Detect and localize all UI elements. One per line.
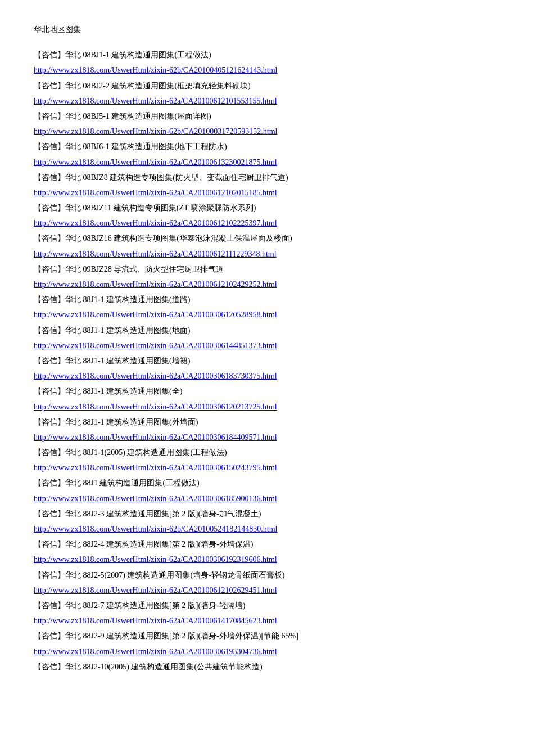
text-item: 【咨信】华北 08BJZ11 建筑构造专项图集(ZT 喷涂聚脲防水系列) (34, 201, 500, 215)
content-block: http://www.zx1818.com/UswerHtml/zixin-62… (34, 339, 500, 353)
text-item: 【咨信】华北 88J1 建筑构造通用图集(工程做法) (34, 476, 500, 490)
link-item[interactable]: http://www.zx1818.com/UswerHtml/zixin-62… (34, 94, 500, 108)
link-item[interactable]: http://www.zx1818.com/UswerHtml/zixin-62… (34, 522, 500, 536)
link-item[interactable]: http://www.zx1818.com/UswerHtml/zixin-62… (34, 614, 500, 628)
content-block: http://www.zx1818.com/UswerHtml/zixin-62… (34, 583, 500, 597)
content-block: http://www.zx1818.com/UswerHtml/zixin-62… (34, 552, 500, 566)
content-block: http://www.zx1818.com/UswerHtml/zixin-62… (34, 614, 500, 628)
link-item[interactable]: http://www.zx1818.com/UswerHtml/zixin-62… (34, 645, 500, 659)
content-block: http://www.zx1818.com/UswerHtml/zixin-62… (34, 94, 500, 108)
content-block: 【咨信】华北 88J1-1 建筑构造通用图集(墙裙) (34, 354, 500, 368)
content-block: http://www.zx1818.com/UswerHtml/zixin-62… (34, 645, 500, 659)
link-item[interactable]: http://www.zx1818.com/UswerHtml/zixin-62… (34, 216, 500, 230)
link-item[interactable]: http://www.zx1818.com/UswerHtml/zixin-62… (34, 492, 500, 506)
link-item[interactable]: http://www.zx1818.com/UswerHtml/zixin-62… (34, 124, 500, 138)
link-item[interactable]: http://www.zx1818.com/UswerHtml/zixin-62… (34, 461, 500, 475)
link-item[interactable]: http://www.zx1818.com/UswerHtml/zixin-62… (34, 339, 500, 353)
content-block: http://www.zx1818.com/UswerHtml/zixin-62… (34, 430, 500, 444)
text-item: 【咨信】华北 08BJ6-1 建筑构造通用图集(地下工程防水) (34, 140, 500, 154)
text-item: 【咨信】华北 88J2-9 建筑构造通用图集[第 2 版](墙身-外墙外保温)[… (34, 629, 500, 643)
content-block: http://www.zx1818.com/UswerHtml/zixin-62… (34, 492, 500, 506)
link-item[interactable]: http://www.zx1818.com/UswerHtml/zixin-62… (34, 369, 500, 383)
content-block: 【咨信】华北 08BJZ16 建筑构造专项图集(华泰泡沫混凝土保温屋面及楼面) (34, 231, 500, 245)
link-item[interactable]: http://www.zx1818.com/UswerHtml/zixin-62… (34, 552, 500, 566)
text-item: 【咨信】华北 88J2-5(2007) 建筑构造通用图集(墙身-轻钢龙骨纸面石膏… (34, 568, 500, 582)
content-block: 【咨信】华北 88J1-1(2005) 建筑构造通用图集(工程做法) (34, 446, 500, 460)
link-item[interactable]: http://www.zx1818.com/UswerHtml/zixin-62… (34, 277, 500, 291)
text-item: 【咨信】华北 88J2-4 建筑构造通用图集[第 2 版](墙身-外墙保温) (34, 537, 500, 551)
content-block: 【咨信】华北 08BJ5-1 建筑构造通用图集(屋面详图) (34, 109, 500, 123)
content-block: http://www.zx1818.com/UswerHtml/zixin-62… (34, 461, 500, 475)
content-block: 【咨信】华北 88J2-7 建筑构造通用图集[第 2 版](墙身-轻隔墙) (34, 598, 500, 613)
content-block: 【咨信】华北 88J2-4 建筑构造通用图集[第 2 版](墙身-外墙保温) (34, 537, 500, 551)
link-item[interactable]: http://www.zx1818.com/UswerHtml/zixin-62… (34, 400, 500, 414)
text-item: 【咨信】华北 09BJZ28 导流式、防火型住宅厨卫排气道 (34, 262, 500, 276)
text-item: 【咨信】华北 08BJZ16 建筑构造专项图集(华泰泡沫混凝土保温屋面及楼面) (34, 231, 500, 245)
page-container: 华北地区图集 【咨信】华北 08BJ1-1 建筑构造通用图集(工程做法)http… (34, 22, 500, 674)
content-block: 【咨信】华北 88J2-3 建筑构造通用图集[第 2 版](墙身-加气混凝土) (34, 507, 500, 521)
link-item[interactable]: http://www.zx1818.com/UswerHtml/zixin-62… (34, 583, 500, 597)
link-item[interactable]: http://www.zx1818.com/UswerHtml/zixin-62… (34, 430, 500, 444)
content-block: 【咨信】华北 08BJ6-1 建筑构造通用图集(地下工程防水) (34, 140, 500, 154)
content-block: http://www.zx1818.com/UswerHtml/zixin-62… (34, 400, 500, 414)
text-item: 【咨信】华北 08BJZ8 建筑构造专项图集(防火型、变截面住宅厨卫排气道) (34, 170, 500, 184)
content-block: http://www.zx1818.com/UswerHtml/zixin-62… (34, 369, 500, 383)
text-item: 【咨信】华北 88J1-1 建筑构造通用图集(全) (34, 384, 500, 398)
content-block: http://www.zx1818.com/UswerHtml/zixin-62… (34, 247, 500, 261)
content-block: 【咨信】华北 88J1-1 建筑构造通用图集(地面) (34, 323, 500, 338)
content-block: 【咨信】华北 08BJ1-1 建筑构造通用图集(工程做法) (34, 48, 500, 62)
content-block: 【咨信】华北 08BJZ11 建筑构造专项图集(ZT 喷涂聚脲防水系列) (34, 201, 500, 215)
text-item: 【咨信】华北 88J2-3 建筑构造通用图集[第 2 版](墙身-加气混凝土) (34, 507, 500, 521)
content-block: 【咨信】华北 88J1 建筑构造通用图集(工程做法) (34, 476, 500, 490)
content-block: 【咨信】华北 09BJZ28 导流式、防火型住宅厨卫排气道 (34, 262, 500, 276)
text-item: 【咨信】华北 88J1-1 建筑构造通用图集(地面) (34, 323, 500, 338)
text-item: 【咨信】华北 08BJ2-2 建筑构造通用图集(框架填充轻集料砌块) (34, 79, 500, 93)
content-list: 【咨信】华北 08BJ1-1 建筑构造通用图集(工程做法)http://www.… (34, 48, 500, 674)
link-item[interactable]: http://www.zx1818.com/UswerHtml/zixin-62… (34, 247, 500, 261)
content-block: 【咨信】华北 88J1-1 建筑构造通用图集(外墙面) (34, 415, 500, 429)
content-block: http://www.zx1818.com/UswerHtml/zixin-62… (34, 277, 500, 291)
page-title: 华北地区图集 (34, 22, 500, 37)
link-item[interactable]: http://www.zx1818.com/UswerHtml/zixin-62… (34, 308, 500, 322)
content-block: 【咨信】华北 88J1-1 建筑构造通用图集(全) (34, 384, 500, 398)
text-item: 【咨信】华北 88J2-10(2005) 建筑构造通用图集(公共建筑节能构造) (34, 660, 500, 674)
content-block: http://www.zx1818.com/UswerHtml/zixin-62… (34, 63, 500, 77)
content-block: http://www.zx1818.com/UswerHtml/zixin-62… (34, 155, 500, 169)
text-item: 【咨信】华北 88J1-1(2005) 建筑构造通用图集(工程做法) (34, 446, 500, 460)
content-block: http://www.zx1818.com/UswerHtml/zixin-62… (34, 124, 500, 138)
text-item: 【咨信】华北 08BJ5-1 建筑构造通用图集(屋面详图) (34, 109, 500, 123)
content-block: 【咨信】华北 88J1-1 建筑构造通用图集(道路) (34, 292, 500, 307)
content-block: 【咨信】华北 08BJZ8 建筑构造专项图集(防火型、变截面住宅厨卫排气道) (34, 170, 500, 184)
content-block: http://www.zx1818.com/UswerHtml/zixin-62… (34, 216, 500, 230)
link-item[interactable]: http://www.zx1818.com/UswerHtml/zixin-62… (34, 155, 500, 169)
content-block: http://www.zx1818.com/UswerHtml/zixin-62… (34, 308, 500, 322)
link-item[interactable]: http://www.zx1818.com/UswerHtml/zixin-62… (34, 186, 500, 200)
link-item[interactable]: http://www.zx1818.com/UswerHtml/zixin-62… (34, 63, 500, 77)
content-block: 【咨信】华北 88J2-9 建筑构造通用图集[第 2 版](墙身-外墙外保温)[… (34, 629, 500, 643)
text-item: 【咨信】华北 88J2-7 建筑构造通用图集[第 2 版](墙身-轻隔墙) (34, 598, 500, 613)
text-item: 【咨信】华北 88J1-1 建筑构造通用图集(道路) (34, 292, 500, 307)
text-item: 【咨信】华北 08BJ1-1 建筑构造通用图集(工程做法) (34, 48, 500, 62)
content-block: 【咨信】华北 88J2-5(2007) 建筑构造通用图集(墙身-轻钢龙骨纸面石膏… (34, 568, 500, 582)
content-block: 【咨信】华北 88J2-10(2005) 建筑构造通用图集(公共建筑节能构造) (34, 660, 500, 674)
text-item: 【咨信】华北 88J1-1 建筑构造通用图集(墙裙) (34, 354, 500, 368)
content-block: http://www.zx1818.com/UswerHtml/zixin-62… (34, 522, 500, 536)
text-item: 【咨信】华北 88J1-1 建筑构造通用图集(外墙面) (34, 415, 500, 429)
content-block: http://www.zx1818.com/UswerHtml/zixin-62… (34, 186, 500, 200)
content-block: 【咨信】华北 08BJ2-2 建筑构造通用图集(框架填充轻集料砌块) (34, 79, 500, 93)
